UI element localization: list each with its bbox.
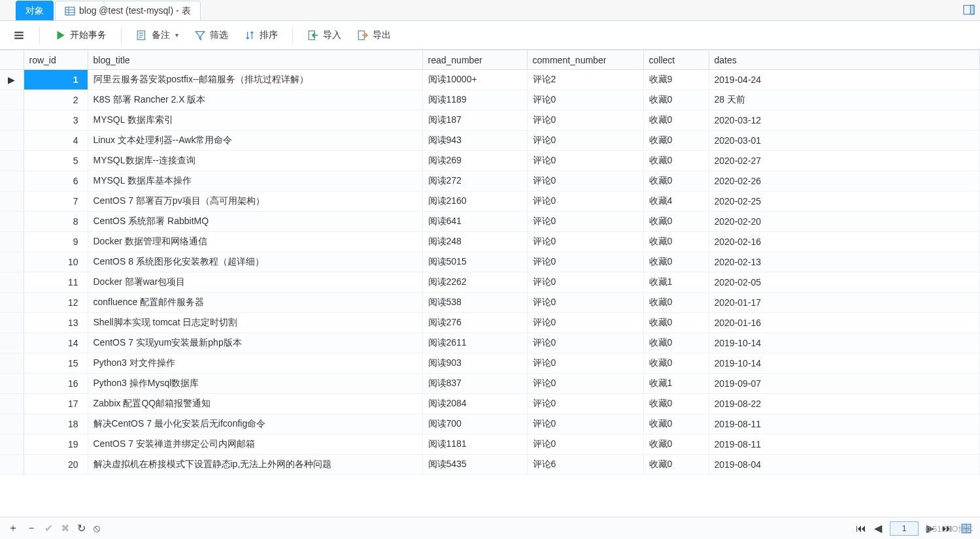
cell-collect[interactable]: 收藏4 [643, 191, 709, 212]
cell-blog-title[interactable]: CentOS 7 部署百万pv项目（高可用架构） [88, 191, 422, 212]
sort-button[interactable]: 排序 [239, 27, 283, 44]
cell-blog-title[interactable]: Shell脚本实现 tomcat 日志定时切割 [88, 313, 422, 333]
cell-blog-title[interactable]: CentOS 7 实现yum安装最新php版本 [88, 333, 422, 353]
cell-collect[interactable]: 收藏0 [643, 313, 709, 333]
cell-comment-number[interactable]: 评论0 [527, 434, 643, 455]
cell-read-number[interactable]: 阅读837 [422, 374, 527, 394]
cell-dates[interactable]: 2020-03-12 [709, 110, 980, 131]
hamburger-button[interactable] [8, 27, 30, 44]
cell-read-number[interactable]: 阅读272 [422, 171, 527, 191]
cell-collect[interactable]: 收藏0 [643, 414, 709, 434]
cell-read-number[interactable]: 阅读5015 [422, 252, 527, 272]
table-row[interactable]: 4Linux 文本处理利器--Awk常用命令阅读943评论0收藏02020-03… [0, 131, 980, 151]
row-gutter[interactable] [0, 394, 24, 414]
cell-blog-title[interactable]: Zabbix 配置QQ邮箱报警通知 [88, 394, 422, 414]
table-row[interactable]: 19CentOS 7 安装禅道并绑定公司内网邮箱阅读1181评论0收藏02019… [0, 434, 980, 455]
cell-collect[interactable]: 收藏0 [643, 90, 709, 110]
cell-row-id[interactable]: 8 [24, 212, 88, 232]
row-gutter[interactable] [0, 313, 24, 333]
export-button[interactable]: 导出 [352, 27, 396, 44]
cell-blog-title[interactable]: 解决虚拟机在桥接模式下设置静态ip,无法上外网的各种问题 [88, 455, 422, 475]
row-gutter[interactable] [0, 191, 24, 212]
table-row[interactable]: 6MYSQL 数据库基本操作阅读272评论0收藏02020-02-26 [0, 171, 980, 191]
cell-dates[interactable]: 2020-03-01 [709, 131, 980, 151]
row-gutter[interactable] [0, 90, 24, 110]
cell-blog-title[interactable]: CentOS 8 系统图形化安装教程（超详细） [88, 252, 422, 272]
cell-comment-number[interactable]: 评论0 [527, 252, 643, 272]
cell-read-number[interactable]: 阅读276 [422, 313, 527, 333]
begin-transaction-button[interactable]: 开始事务 [49, 27, 112, 44]
tab-objects[interactable]: 对象 [16, 1, 54, 20]
row-gutter[interactable] [0, 232, 24, 252]
cell-read-number[interactable]: 阅读641 [422, 212, 527, 232]
sidebar-toggle-icon[interactable] [963, 4, 975, 16]
cell-blog-title[interactable]: MYSQL数据库--连接查询 [88, 151, 422, 171]
row-gutter[interactable] [0, 333, 24, 353]
cell-dates[interactable]: 2019-10-14 [709, 353, 980, 374]
col-blog-title[interactable]: blog_title [88, 50, 422, 70]
cell-comment-number[interactable]: 评论0 [527, 272, 643, 293]
cell-collect[interactable]: 收藏0 [643, 455, 709, 475]
cell-dates[interactable]: 2020-02-05 [709, 272, 980, 293]
cell-comment-number[interactable]: 评论0 [527, 212, 643, 232]
row-gutter[interactable] [0, 171, 24, 191]
col-row-id[interactable]: row_id [24, 50, 88, 70]
cell-collect[interactable]: 收藏9 [643, 70, 709, 90]
cell-blog-title[interactable]: CentOS 7 安装禅道并绑定公司内网邮箱 [88, 434, 422, 455]
cell-comment-number[interactable]: 评论6 [527, 455, 643, 475]
cell-blog-title[interactable]: confluence 配置邮件服务器 [88, 293, 422, 313]
cell-collect[interactable]: 收藏1 [643, 272, 709, 293]
col-read-number[interactable]: read_number [422, 50, 527, 70]
row-gutter[interactable]: ▶ [0, 70, 24, 90]
cell-dates[interactable]: 2020-02-25 [709, 191, 980, 212]
cell-blog-title[interactable]: Docker 数据管理和网络通信 [88, 232, 422, 252]
cell-row-id[interactable]: 7 [24, 191, 88, 212]
first-page-button[interactable]: ⏮ [856, 523, 866, 534]
cell-dates[interactable]: 2020-02-27 [709, 151, 980, 171]
cell-comment-number[interactable]: 评论0 [527, 171, 643, 191]
cell-row-id[interactable]: 6 [24, 171, 88, 191]
row-gutter[interactable] [0, 110, 24, 131]
cell-read-number[interactable]: 阅读700 [422, 414, 527, 434]
col-dates[interactable]: dates [709, 50, 980, 70]
cell-blog-title[interactable]: Python3 操作Mysql数据库 [88, 374, 422, 394]
filter-button[interactable]: 筛选 [189, 27, 233, 44]
table-row[interactable]: 15Python3 对文件操作阅读903评论0收藏02019-10-14 [0, 353, 980, 374]
cell-read-number[interactable]: 阅读187 [422, 110, 527, 131]
row-gutter[interactable] [0, 272, 24, 293]
table-row[interactable]: 7CentOS 7 部署百万pv项目（高可用架构）阅读2160评论0收藏4202… [0, 191, 980, 212]
cell-comment-number[interactable]: 评论2 [527, 70, 643, 90]
cell-collect[interactable]: 收藏0 [643, 434, 709, 455]
tab-open-table[interactable]: blog @test (test-mysql) - 表 [55, 1, 201, 20]
cell-collect[interactable]: 收藏0 [643, 252, 709, 272]
cell-collect[interactable]: 收藏0 [643, 151, 709, 171]
cell-dates[interactable]: 2020-02-26 [709, 171, 980, 191]
cell-read-number[interactable]: 阅读903 [422, 353, 527, 374]
memo-button[interactable]: 备注 ▾ [131, 27, 184, 44]
cell-row-id[interactable]: 15 [24, 353, 88, 374]
row-gutter[interactable] [0, 353, 24, 374]
cell-collect[interactable]: 收藏0 [643, 333, 709, 353]
cell-blog-title[interactable]: K8S 部署 Rancher 2.X 版本 [88, 90, 422, 110]
cell-comment-number[interactable]: 评论0 [527, 353, 643, 374]
cell-row-id[interactable]: 13 [24, 313, 88, 333]
cell-dates[interactable]: 2019-08-22 [709, 394, 980, 414]
cell-comment-number[interactable]: 评论0 [527, 131, 643, 151]
table-row[interactable]: 9Docker 数据管理和网络通信阅读248评论0收藏02020-02-16 [0, 232, 980, 252]
col-collect[interactable]: collect [643, 50, 709, 70]
cell-dates[interactable]: 2019-08-11 [709, 414, 980, 434]
table-row[interactable]: 11Docker 部署war包项目阅读2262评论0收藏12020-02-05 [0, 272, 980, 293]
cell-comment-number[interactable]: 评论0 [527, 110, 643, 131]
cell-read-number[interactable]: 阅读943 [422, 131, 527, 151]
cell-dates[interactable]: 2019-08-11 [709, 434, 980, 455]
cell-dates[interactable]: 2019-08-04 [709, 455, 980, 475]
cancel-button[interactable]: ✖ [61, 522, 69, 534]
cell-blog-title[interactable]: 阿里云服务器安装postfix--邮箱服务（排坑过程详解） [88, 70, 422, 90]
cell-blog-title[interactable]: CentOS 系统部署 RabbitMQ [88, 212, 422, 232]
table-row[interactable]: 5MYSQL数据库--连接查询阅读269评论0收藏02020-02-27 [0, 151, 980, 171]
cell-blog-title[interactable]: MYSQL 数据库索引 [88, 110, 422, 131]
row-gutter[interactable] [0, 212, 24, 232]
row-gutter[interactable] [0, 151, 24, 171]
cell-read-number[interactable]: 阅读2084 [422, 394, 527, 414]
cell-collect[interactable]: 收藏0 [643, 293, 709, 313]
